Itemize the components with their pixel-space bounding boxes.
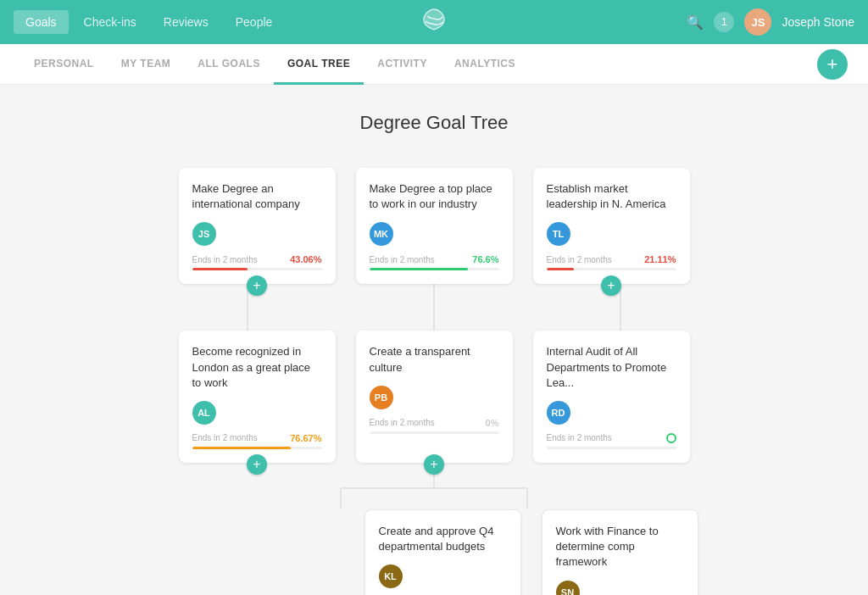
progress-fill-4 [192, 447, 291, 449]
goal-footer-6: Ends in 2 months [547, 433, 676, 443]
card-plus-1[interactable]: + [247, 275, 267, 296]
progress-fill-1 [192, 268, 248, 270]
goal-card-7: Create and approve Q4 departmental budge… [364, 509, 521, 595]
card-plus-4[interactable]: + [247, 454, 267, 475]
progress-bg-1 [192, 268, 322, 270]
card-plus-3[interactable]: + [601, 275, 621, 296]
goal-ends-3: Ends in 2 months [547, 255, 612, 264]
progress-fill-3 [547, 268, 574, 270]
tab-all-goals[interactable]: ALL GOALS [184, 44, 274, 85]
goal-row-2: Become recognized in London as a great p… [20, 331, 848, 463]
goal-avatar-2: MK [370, 222, 393, 246]
goal-tree: Make Degree an international company JS … [20, 168, 848, 595]
goal-row-1: Make Degree an international company JS … [20, 168, 848, 284]
goal-title-5: Create a transparent culture [370, 344, 499, 375]
goal-title-2: Make Degree a top place to work in our i… [370, 181, 499, 212]
goal-footer-1: Ends in 2 months 43.06% [192, 254, 322, 264]
goal-footer-4: Ends in 2 months 76.67% [192, 433, 322, 443]
goal-card-5: Create a transparent culture PB Ends in … [356, 331, 513, 463]
goal-title-1: Make Degree an international company [192, 181, 322, 212]
sub-nav-links: PERSONAL MY TEAM ALL GOALS GOAL TREE ACT… [20, 44, 529, 84]
tab-my-team[interactable]: MY TEAM [108, 44, 185, 85]
goal-title-3: Establish market leadership in N. Americ… [547, 181, 676, 212]
nav-goals[interactable]: Goals [14, 10, 69, 34]
goal-pct-5: 0% [486, 418, 499, 428]
tab-personal[interactable]: PERSONAL [20, 44, 108, 85]
goal-ends-2: Ends in 2 months [370, 255, 435, 264]
goal-avatar-8: SN [556, 581, 580, 596]
goal-pct-2: 76.6% [472, 254, 498, 264]
goal-title-8: Work with Finance to determine comp fram… [556, 524, 684, 570]
nav-people[interactable]: People [224, 10, 285, 34]
sub-nav: PERSONAL MY TEAM ALL GOALS GOAL TREE ACT… [0, 44, 868, 85]
goal-row-3: Create and approve Q4 departmental budge… [20, 509, 848, 595]
progress-bg-5 [370, 431, 499, 434]
goal-card-4: Become recognized in London as a great p… [179, 331, 336, 463]
username: Joseph Stone [782, 15, 854, 29]
goal-avatar-4: AL [192, 401, 216, 425]
tab-activity[interactable]: ACTIVITY [364, 44, 441, 85]
progress-bg-6 [547, 447, 676, 449]
goal-card-6: Internal Audit of All Departments to Pro… [533, 331, 690, 463]
goal-card-1: Make Degree an international company JS … [179, 168, 336, 284]
goal-avatar-1: JS [192, 222, 216, 246]
progress-bg-2 [370, 268, 499, 270]
nav-links: Goals Check-ins Reviews People [14, 10, 284, 34]
goal-avatar-7: KL [379, 564, 403, 588]
goal-ends-1: Ends in 2 months [192, 255, 258, 264]
goal-avatar-3: TL [547, 222, 570, 246]
goal-ends-5: Ends in 2 months [370, 418, 435, 427]
search-icon[interactable]: 🔍 [687, 14, 704, 31]
goal-avatar-6: RD [547, 401, 570, 425]
goal-card-2: Make Degree a top place to work in our i… [356, 168, 513, 284]
goal-pct-3: 21.11% [644, 254, 676, 264]
goal-footer-2: Ends in 2 months 76.6% [370, 254, 499, 264]
progress-bg-3 [547, 268, 676, 270]
goal-ends-4: Ends in 2 months [192, 433, 258, 442]
goal-ends-6: Ends in 2 months [547, 433, 612, 442]
app-logo [420, 8, 448, 36]
goal-card-8: Work with Finance to determine comp fram… [542, 509, 698, 595]
notification-badge[interactable]: 1 [714, 12, 734, 32]
connector-svg-1 [167, 284, 701, 331]
nav-reviews[interactable]: Reviews [152, 10, 220, 34]
goal-pct-1: 43.06% [290, 254, 321, 264]
goal-status-circle-6 [666, 433, 676, 443]
goal-footer-3: Ends in 2 months 21.11% [547, 254, 676, 264]
progress-fill-2 [370, 268, 468, 270]
goal-title-6: Internal Audit of All Departments to Pro… [547, 344, 676, 391]
connector-1 [20, 284, 848, 331]
main-content: Degree Goal Tree Make Degree an internat… [0, 85, 868, 595]
goal-title-4: Become recognized in London as a great p… [192, 344, 322, 391]
tab-goal-tree[interactable]: GOAL TREE [274, 44, 364, 85]
goal-title-7: Create and approve Q4 departmental budge… [379, 524, 507, 554]
top-nav: Goals Check-ins Reviews People 🔍 1 JS Jo… [0, 0, 868, 44]
goal-avatar-5: PB [370, 386, 393, 409]
goal-card-3: Establish market leadership in N. Americ… [533, 168, 690, 284]
progress-bg-4 [192, 447, 322, 449]
nav-checkins[interactable]: Check-ins [72, 10, 148, 34]
user-avatar[interactable]: JS [744, 8, 771, 36]
goal-pct-4: 76.67% [290, 433, 321, 443]
page-title: Degree Goal Tree [20, 112, 848, 134]
tab-analytics[interactable]: ANALYTICS [441, 44, 529, 85]
add-button[interactable]: + [817, 49, 848, 80]
nav-right: 🔍 1 JS Joseph Stone [687, 8, 854, 36]
card-plus-5[interactable]: + [424, 454, 444, 475]
goal-footer-5: Ends in 2 months 0% [370, 418, 499, 428]
